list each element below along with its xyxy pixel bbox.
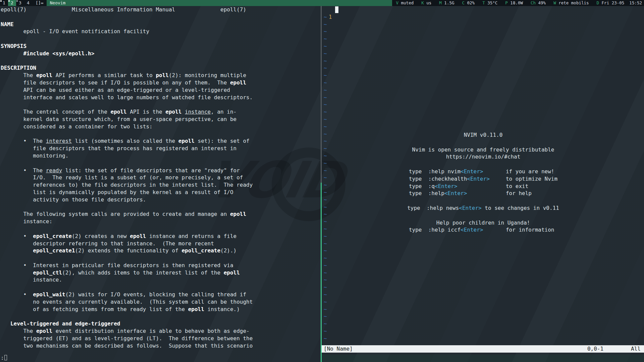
man-line: instance: — [1, 218, 321, 225]
man-line: API can be used either as an edge-trigge… — [1, 86, 321, 94]
tag-indicator-icon — [8, 0, 10, 2]
pager-cursor — [4, 355, 7, 360]
man-line: monitoring. — [1, 152, 321, 160]
tag-indicator-icon — [0, 0, 2, 2]
tag-4[interactable]: 4 — [24, 0, 32, 6]
tilde: ~ — [322, 284, 644, 291]
neovim-window[interactable]: 1 ~~~~~~~~~~~~~~~~~~~~~~~~~~~~~~~~~~~~~~… — [322, 6, 644, 362]
man-line — [1, 130, 321, 138]
line-number: 1 — [329, 13, 332, 21]
focused-window-title: Neovim — [47, 0, 392, 6]
splash-line — [322, 161, 644, 168]
man-line: epoll_create1(2) extends the functionali… — [1, 247, 321, 254]
tilde: ~ — [322, 35, 644, 43]
tilde: ~ — [322, 335, 644, 342]
tilde: ~ — [322, 43, 644, 50]
splash-line: type :checkhealth<Enter> to optimize Nvi… — [322, 175, 644, 183]
man-line: file descriptors that the process has re… — [1, 145, 321, 152]
man-page-text: epoll(7) Miscellaneous Information Manua… — [1, 6, 321, 349]
man-line — [1, 101, 321, 108]
tilde: ~ — [322, 116, 644, 123]
man-line: The following system calls are provided … — [1, 210, 321, 218]
man-line: kernel data structure which, from a user… — [1, 116, 321, 123]
man-line: of as fetching items from the ready list… — [1, 306, 321, 313]
man-line: descriptor referring to that instance. (… — [1, 240, 321, 247]
nvim-message-area — [322, 355, 644, 362]
status-item-p: P 18.0W — [505, 0, 523, 6]
status-item-w: W rete mobilis — [553, 0, 589, 6]
status-item-d: D Fri 23-05 15:52 — [597, 0, 642, 6]
man-line — [1, 225, 321, 233]
tilde: ~ — [322, 247, 644, 254]
pager-command-line[interactable]: : — [1, 354, 7, 362]
man-line: no events are currently available. (This… — [1, 298, 321, 306]
splash-line: NVIM v0.11.0 — [322, 131, 644, 139]
window-separator-bottom — [321, 183, 322, 362]
splash-line — [322, 197, 644, 204]
man-line — [1, 160, 321, 167]
cursor-position: 0,0-1 — [587, 345, 603, 353]
tilde: ~ — [322, 291, 644, 298]
system-status: V mutedK usM 1.5GC 02%T 35°CP 18.0WCh 49… — [392, 0, 644, 6]
man-line: The central concept of the epoll API is … — [1, 108, 321, 116]
man-line — [1, 35, 321, 43]
tilde: ~ — [322, 298, 644, 306]
status-item-k: K us — [421, 0, 431, 6]
man-line — [1, 13, 321, 21]
man-line: I/O. The ready list is a subset of (or, … — [1, 174, 321, 181]
tilde: ~ — [322, 306, 644, 313]
man-line: • epoll_create(2) creates a new epoll in… — [1, 233, 321, 240]
status-item-ch: Ch 49% — [531, 0, 546, 6]
splash-line: type :help nvim<Enter> if you are new! — [322, 168, 644, 175]
status-item-t: T 35°C — [482, 0, 497, 6]
man-line: #include <sys/epoll.h> — [1, 50, 321, 57]
tilde: ~ — [322, 86, 644, 94]
man-line: epoll - I/O event notification facility — [1, 28, 321, 35]
man-line: • The interest list (sometimes also call… — [1, 137, 321, 145]
tilde: ~ — [322, 240, 644, 247]
tilde: ~ — [322, 101, 644, 108]
man-line: list is dynamically populated by the ker… — [1, 189, 321, 196]
splash-line: Nvim is open source and freely distribut… — [322, 146, 644, 154]
man-page-window[interactable]: epoll(7) Miscellaneous Information Manua… — [1, 6, 321, 362]
status-item-v: V muted — [396, 0, 414, 6]
tilde: ~ — [322, 13, 644, 21]
tag-3[interactable]: 3 — [16, 0, 24, 6]
man-line — [1, 284, 321, 291]
man-line: references to) the file descriptors in t… — [1, 181, 321, 189]
tilde: ~ — [322, 72, 644, 79]
man-line: • Interest in particular file descriptor… — [1, 262, 321, 269]
man-line: two mechanisms can be described as follo… — [1, 342, 321, 350]
splash-line: type :help iccf<Enter> for information — [322, 226, 644, 234]
man-line — [1, 203, 321, 211]
status-bar: 1234 []= Neovim V mutedK usM 1.5GC 02%T … — [0, 0, 644, 6]
layout-symbol[interactable]: []= — [32, 0, 47, 6]
workspace-tags: 1234 — [0, 0, 32, 6]
splash-line: Help poor children in Uganda! — [322, 219, 644, 227]
scroll-indicator: All — [631, 345, 644, 353]
pager-prompt: : — [1, 355, 4, 361]
tilde: ~ — [322, 262, 644, 269]
man-line: interface and scales well to large numbe… — [1, 94, 321, 101]
man-line — [1, 57, 321, 65]
buffer-line-1[interactable]: 1 — [322, 6, 644, 13]
man-line — [1, 313, 321, 320]
splash-line — [322, 139, 644, 146]
tilde: ~ — [322, 64, 644, 72]
tag-1[interactable]: 1 — [0, 0, 8, 6]
man-line: • The ready list: the set of file descri… — [1, 167, 321, 174]
buffer-name: [No Name] — [322, 345, 353, 353]
man-line — [1, 254, 321, 262]
man-line: SYNOPSIS — [1, 43, 321, 50]
splash-line: type :q<Enter> to exit — [322, 183, 644, 190]
man-line: considered as a container for two lists: — [1, 123, 321, 130]
nvim-cursor — [335, 6, 338, 13]
tag-2[interactable]: 2 — [8, 0, 16, 6]
status-item-m: M 1.5G — [439, 0, 454, 6]
tilde: ~ — [322, 254, 644, 262]
man-line: NAME — [1, 21, 321, 28]
splash-line — [322, 212, 644, 219]
tilde: ~ — [322, 320, 644, 327]
man-line: Level-triggered and edge-triggered — [1, 320, 321, 327]
tilde: ~ — [322, 28, 644, 35]
